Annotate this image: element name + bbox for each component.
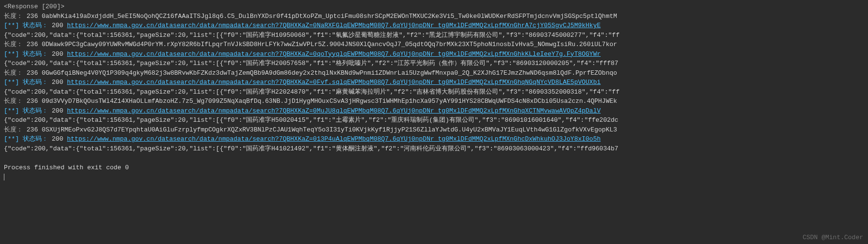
console-line: 长度： 236 09d3VVyD7BkQOusTWl4Z14XHaOLLmfAb…: [4, 97, 864, 106]
console-line: [**] 状态码： 200 https://www.nmpa.gov.cn/da…: [4, 49, 864, 59]
console-line: 长度： 236 0SXUjRMEoPxvG2J8QS7d7EYpqhtaU0Ai…: [4, 125, 864, 135]
console-line: 长度： 236 0DWawk9PC3gCawy09YUWRvMWGd4P0rYM…: [4, 40, 864, 49]
status-label: [**] 状态码：: [4, 22, 48, 29]
json-response: {"code":200,"data":{"total":156361,"page…: [4, 88, 620, 96]
console-line: {"code":200,"data":{"total":156361,"page…: [4, 144, 864, 154]
process-exit-text: Process finished with exit code 0: [4, 164, 129, 171]
json-response: {"code":200,"data":{"total":156361,"page…: [4, 145, 618, 152]
json-response: {"code":200,"data":{"total":156361,"page…: [4, 32, 620, 39]
length-value: 236 0abWhKia4l9aDxdjddH_5eEI5NoQohQCZ16f…: [23, 13, 617, 20]
status-label: [**] 状态码：: [4, 107, 48, 114]
length-label: 长度：: [4, 98, 23, 105]
console-line: [**] 状态码： 200 https://www.nmpa.gov.cn/da…: [4, 134, 864, 144]
length-value: 236 0SXUjRMEoPxvG2J8QS7d7EYpqhtaU0AiGluF…: [23, 126, 617, 133]
status-code: 200: [48, 107, 67, 114]
request-url-link[interactable]: https://www.nmpa.gov.cn/datasearch/data/…: [67, 22, 601, 29]
console-line: {"code":200,"data":{"total":156361,"page…: [4, 115, 864, 125]
json-response: {"code":200,"data":{"total":156361,"page…: [4, 60, 618, 67]
status-label: [**] 状态码：: [4, 79, 48, 86]
length-value: 236 0DWawk9PC3gCawy09YUWRvMWGd4P0rYM.rXp…: [23, 41, 617, 48]
cursor-line: [4, 172, 864, 182]
console-line: 长度： 236 0GwGGfqiBNeg4V0YQ1P309q4gkyM682j…: [4, 68, 864, 78]
length-value: 236 09d3VVyD7BkQOusTWl4Z14XHaOLLmfAbzoHZ…: [23, 98, 617, 105]
status-code: 200: [48, 79, 67, 86]
request-url-link[interactable]: https://www.nmpa.gov.cn/datasearch/data/…: [67, 50, 601, 58]
request-url-link[interactable]: https://www.nmpa.gov.cn/datasearch/data/…: [67, 135, 601, 143]
length-label: 长度：: [4, 13, 23, 20]
console-line: [**] 状态码： 200 https://www.nmpa.gov.cn/da…: [4, 21, 864, 31]
length-label: 长度：: [4, 41, 23, 48]
response-object: <Response [200]>: [4, 3, 65, 10]
status-code: 200: [48, 135, 67, 143]
console-line: {"code":200,"data":{"total":156361,"page…: [4, 87, 864, 97]
console-line: {"code":200,"data":{"total":156361,"page…: [4, 31, 864, 40]
status-label: [**] 状态码：: [4, 50, 48, 58]
length-label: 长度：: [4, 69, 23, 77]
status-code: 200: [48, 50, 67, 58]
length-label: 长度：: [4, 126, 23, 133]
request-url-link[interactable]: https://www.nmpa.gov.cn/datasearch/data/…: [67, 79, 601, 86]
console-line: {"code":200,"data":{"total":156361,"page…: [4, 59, 864, 68]
json-response: {"code":200,"data":{"total":156361,"page…: [4, 116, 618, 124]
request-url-link[interactable]: https://www.nmpa.gov.cn/datasearch/data/…: [67, 107, 601, 114]
status-label: [**] 状态码：: [4, 135, 48, 143]
console-line: [**] 状态码： 200 https://www.nmpa.gov.cn/da…: [4, 78, 864, 87]
console-line: 长度： 236 0abWhKia4l9aDxdjddH_5eEI5NoQohQC…: [4, 12, 864, 21]
empty-line: [4, 153, 864, 163]
length-value: 236 0GwGGfqiBNeg4V0YQ1P309q4gkyM682j3w8B…: [23, 69, 617, 77]
console-output: 长度： 236 0abWhKia4l9aDxdjddH_5eEI5NoQohQC…: [4, 12, 864, 154]
console-line: [**] 状态码： 200 https://www.nmpa.gov.cn/da…: [4, 106, 864, 116]
response-header-line: <Response [200]>: [4, 2, 864, 12]
status-code: 200: [48, 22, 67, 29]
process-exit-line: Process finished with exit code 0: [4, 163, 864, 173]
watermark: CSDN @Mint.Coder: [802, 233, 863, 243]
